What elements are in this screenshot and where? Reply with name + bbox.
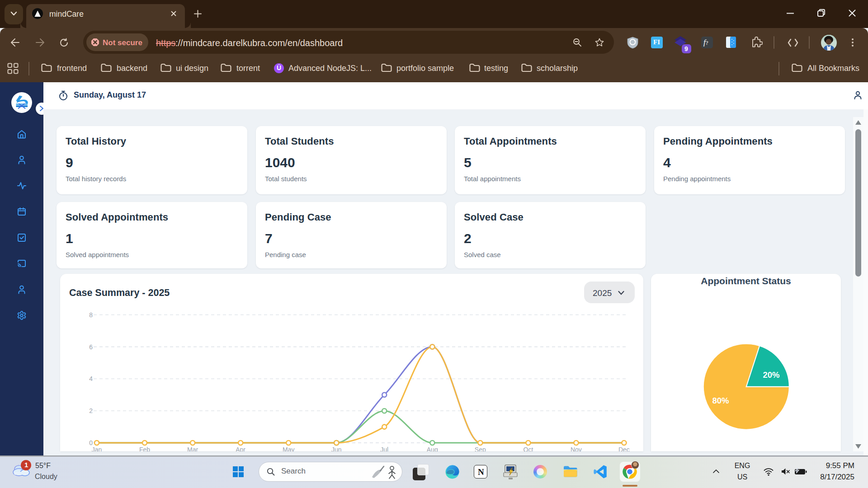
svg-text:May: May bbox=[283, 446, 294, 451]
svg-text:Jul: Jul bbox=[380, 446, 388, 451]
svg-text:Jun: Jun bbox=[331, 446, 342, 451]
svg-text:Aug: Aug bbox=[427, 446, 438, 451]
svg-text:Apr: Apr bbox=[236, 446, 245, 451]
svg-text:20%: 20% bbox=[763, 370, 779, 380]
svg-text:8: 8 bbox=[89, 311, 93, 319]
svg-text:Jan: Jan bbox=[92, 446, 102, 451]
svg-text:0: 0 bbox=[89, 439, 93, 446]
svg-text:80%: 80% bbox=[712, 396, 729, 405]
svg-text:6: 6 bbox=[89, 343, 93, 351]
svg-text:Feb: Feb bbox=[139, 446, 150, 451]
svg-text:Oct: Oct bbox=[524, 446, 533, 451]
svg-text:Sep: Sep bbox=[475, 446, 486, 451]
svg-text:4: 4 bbox=[89, 375, 93, 382]
svg-text:Mar: Mar bbox=[187, 446, 198, 451]
svg-text:Dec: Dec bbox=[618, 446, 630, 451]
svg-text:Nov: Nov bbox=[571, 446, 582, 451]
svg-text:2: 2 bbox=[89, 407, 93, 414]
